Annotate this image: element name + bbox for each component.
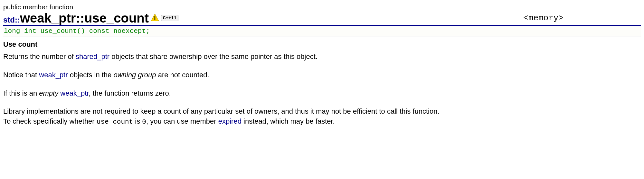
category-label: public member function (3, 3, 641, 11)
title-row: std::weak_ptr::use_count C++11 <memory> (3, 12, 641, 26)
paragraph-1: Returns the number of shared_ptr objects… (3, 52, 441, 62)
text: are not counted. (156, 71, 209, 79)
svg-rect-2 (155, 19, 156, 20)
text: instead, which may be faster. (242, 117, 335, 125)
text: If this is an (3, 89, 39, 97)
inline-code: 0 (142, 118, 146, 126)
paragraph-4: Library implementations are not required… (3, 107, 441, 127)
function-signature: long int use_count() const noexcept; (3, 26, 641, 36)
page-title: std::weak_ptr::use_count (3, 12, 149, 24)
text: objects in the (68, 71, 114, 79)
cpp-version-badge: C++11 (161, 15, 178, 21)
emphasis: owning group (113, 71, 156, 79)
section-heading: Use count (3, 40, 641, 49)
link-expired[interactable]: expired (218, 117, 242, 125)
text: Notice that (3, 71, 39, 79)
title-left: std::weak_ptr::use_count C++11 (3, 12, 178, 24)
emphasis: empty (39, 89, 58, 97)
member-name: use_count (84, 11, 149, 25)
class-name: weak_ptr (20, 11, 76, 25)
scope-separator: :: (76, 11, 84, 25)
link-shared-ptr[interactable]: shared_ptr (76, 52, 109, 61)
include-header: <memory> (523, 13, 564, 23)
namespace-prefix: std:: (3, 15, 20, 24)
paragraph-3: If this is an empty weak_ptr, the functi… (3, 89, 441, 99)
link-weak-ptr[interactable]: weak_ptr (60, 89, 89, 97)
paragraph-2: Notice that weak_ptr objects in the owni… (3, 70, 441, 80)
text: Returns the number of (3, 52, 76, 61)
inline-code: use_count (97, 118, 133, 126)
warning-icon (151, 14, 159, 23)
text: objects that share ownership over the sa… (109, 52, 317, 61)
link-weak-ptr[interactable]: weak_ptr (39, 71, 68, 79)
text: is (133, 117, 142, 125)
svg-rect-1 (155, 16, 156, 19)
text: , you can use member (146, 117, 218, 125)
text: , the function returns zero. (89, 89, 171, 97)
